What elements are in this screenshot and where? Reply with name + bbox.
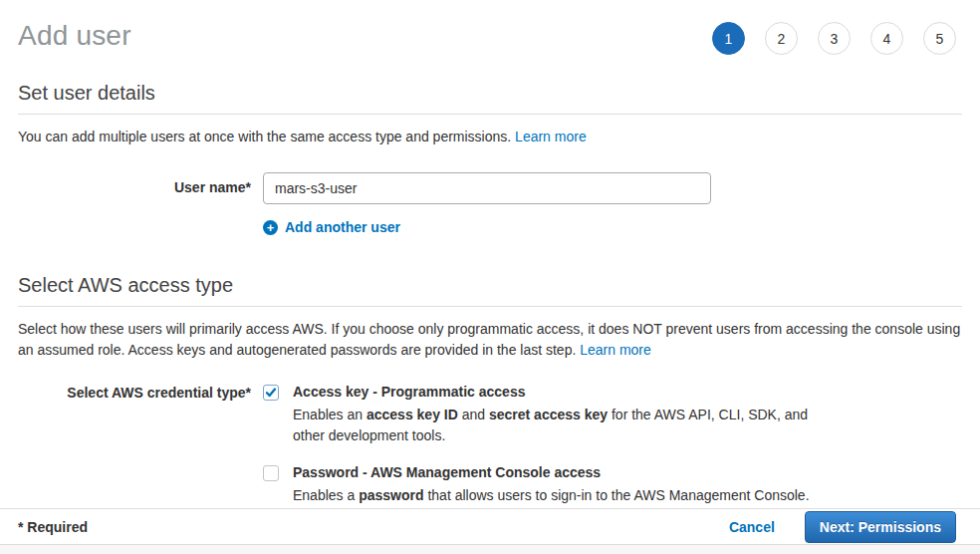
step-2-indicator: 2 <box>765 22 798 55</box>
credential-type-form-row: Select AWS credential type* Access key -… <box>18 384 962 506</box>
step-1-indicator: 1 <box>712 22 745 55</box>
username-label: User name* <box>18 172 251 195</box>
access-type-intro: Select how these users will primarily ac… <box>18 319 962 361</box>
step-3-indicator: 3 <box>818 22 851 55</box>
wizard-step-indicator: 1 2 3 4 5 <box>712 22 956 55</box>
access-key-checkbox[interactable] <box>263 385 279 401</box>
credential-type-label: Select AWS credential type* <box>18 384 251 401</box>
set-user-details-section: Set user details You can add multiple us… <box>18 82 962 235</box>
select-access-type-heading: Select AWS access type <box>18 274 962 307</box>
required-note: * Required <box>18 519 88 535</box>
page-title: Add user <box>18 20 131 52</box>
select-access-type-section: Select AWS access type Select how these … <box>18 274 962 506</box>
checkmark-icon <box>265 387 277 399</box>
cancel-button[interactable]: Cancel <box>729 519 775 535</box>
access-key-option-title: Access key - Programmatic access <box>293 384 823 400</box>
plus-circle-icon: + <box>263 220 278 235</box>
step-5-indicator: 5 <box>923 22 956 55</box>
next-permissions-button[interactable]: Next: Permissions <box>805 511 956 543</box>
username-form-row: User name* <box>18 172 962 204</box>
desc-text: and <box>458 407 489 422</box>
desc-bold-text: access key ID <box>367 407 458 422</box>
add-user-wizard-page: Add user 1 2 3 4 5 Set user details You … <box>0 0 980 554</box>
password-option: Password - AWS Management Console access… <box>263 464 823 506</box>
desc-text: that allows users to sign-in to the AWS … <box>424 487 810 503</box>
user-details-intro: You can add multiple users at once with … <box>18 127 962 147</box>
username-input[interactable] <box>263 172 711 204</box>
add-another-user-label: Add another user <box>285 219 400 235</box>
access-key-option-desc: Enables an access key ID and secret acce… <box>293 405 823 446</box>
add-another-user-button[interactable]: + Add another user <box>263 219 962 235</box>
access-type-intro-text: Select how these users will primarily ac… <box>18 321 960 358</box>
desc-text: Enables an <box>293 407 367 422</box>
access-key-option-text: Access key - Programmatic access Enables… <box>293 384 823 446</box>
password-checkbox[interactable] <box>263 465 279 481</box>
access-key-option: Access key - Programmatic access Enables… <box>263 384 823 446</box>
bottom-strip <box>0 544 980 554</box>
wizard-footer: * Required Cancel Next: Permissions <box>0 508 980 544</box>
password-option-desc: Enables a password that allows users to … <box>293 485 810 506</box>
desc-text: Enables a <box>293 487 359 503</box>
user-details-intro-text: You can add multiple users at once with … <box>18 129 515 144</box>
desc-bold-text: secret access key <box>489 407 608 422</box>
footer-actions: Cancel Next: Permissions <box>729 511 956 543</box>
wizard-header: Add user 1 2 3 4 5 <box>0 0 980 55</box>
desc-bold-text: password <box>359 487 423 503</box>
learn-more-link-user-details[interactable]: Learn more <box>515 129 587 144</box>
set-user-details-heading: Set user details <box>18 82 962 115</box>
password-option-title: Password - AWS Management Console access <box>293 464 810 480</box>
learn-more-link-access-type[interactable]: Learn more <box>580 342 651 358</box>
step-4-indicator: 4 <box>870 22 903 55</box>
password-option-text: Password - AWS Management Console access… <box>293 464 810 506</box>
